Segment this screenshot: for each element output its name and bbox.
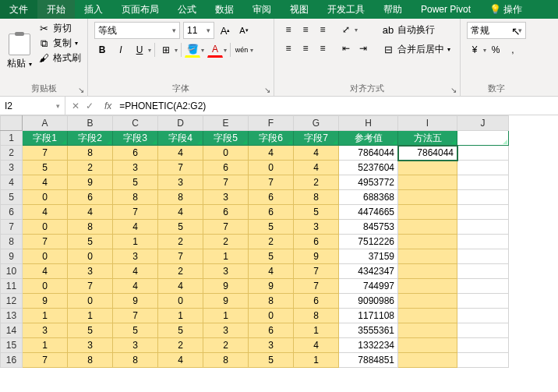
cell[interactable]: 4 <box>158 279 203 294</box>
cell[interactable]: 7 <box>23 353 68 368</box>
cell[interactable]: 5 <box>68 235 113 249</box>
field-header-cell[interactable]: 方法五 <box>398 131 457 146</box>
cell[interactable]: 1 <box>113 235 158 249</box>
cell[interactable]: 2 <box>68 161 113 175</box>
cell[interactable] <box>398 235 457 249</box>
cell[interactable]: 7864044 <box>398 146 457 161</box>
cell[interactable]: 7 <box>158 161 203 175</box>
cell[interactable] <box>398 279 457 294</box>
column-header[interactable]: D <box>158 116 203 131</box>
cell[interactable]: 7 <box>203 220 249 235</box>
cell[interactable] <box>457 353 509 368</box>
row-header[interactable]: 7 <box>1 220 23 235</box>
border-button[interactable]: ⊞▾ <box>158 42 178 58</box>
cell[interactable] <box>398 264 457 279</box>
phonetic-button[interactable]: wén▾ <box>234 42 253 58</box>
expand-icon[interactable]: ↘ <box>264 86 270 94</box>
field-header-cell[interactable]: 参考值 <box>339 131 398 146</box>
cell[interactable]: 8 <box>158 190 203 205</box>
cell[interactable]: 9 <box>113 294 158 309</box>
cell[interactable]: 4 <box>249 264 294 279</box>
currency-button[interactable]: ¥▾ <box>467 42 486 58</box>
cell[interactable]: 5237604 <box>339 161 398 175</box>
merge-center-button[interactable]: ⊟合并后居中 ▾ <box>379 41 454 58</box>
cell[interactable]: 5 <box>249 220 294 235</box>
column-header[interactable]: J <box>457 116 509 131</box>
cell[interactable]: 9 <box>23 294 68 309</box>
font-size-select[interactable]: 11▾ <box>183 22 214 39</box>
cell[interactable] <box>457 235 509 249</box>
cell[interactable]: 0 <box>203 146 249 161</box>
cell[interactable]: 5 <box>68 323 113 338</box>
cell[interactable]: 4 <box>294 146 339 161</box>
field-header-cell[interactable]: 字段5 <box>203 131 249 146</box>
tab-file[interactable]: 文件 <box>0 0 37 19</box>
cell[interactable]: 1 <box>158 309 203 323</box>
cell[interactable]: 1 <box>68 309 113 323</box>
cell[interactable]: 4 <box>113 264 158 279</box>
tab-powerpivot[interactable]: Power Pivot <box>411 0 480 19</box>
tab-home[interactable]: 开始 <box>37 0 75 19</box>
cell[interactable] <box>457 190 509 205</box>
cell[interactable] <box>457 294 509 309</box>
cell[interactable]: 2 <box>203 338 249 353</box>
cell[interactable] <box>398 294 457 309</box>
cell[interactable]: 3 <box>203 264 249 279</box>
row-header[interactable]: 6 <box>1 205 23 220</box>
select-all-corner[interactable] <box>1 116 23 131</box>
column-header[interactable]: F <box>249 116 294 131</box>
cell[interactable] <box>457 175 509 190</box>
cell[interactable] <box>457 264 509 279</box>
cell[interactable] <box>457 161 509 175</box>
row-header[interactable]: 14 <box>1 323 23 338</box>
cell[interactable]: 7864044 <box>339 146 398 161</box>
cell[interactable]: 3 <box>249 338 294 353</box>
cell[interactable] <box>457 338 509 353</box>
row-header[interactable]: 11 <box>1 279 23 294</box>
cell[interactable]: 3 <box>68 264 113 279</box>
cell[interactable]: 8 <box>68 146 113 161</box>
cell[interactable]: 1 <box>23 338 68 353</box>
column-header[interactable]: H <box>339 116 398 131</box>
cell[interactable]: 4 <box>113 220 158 235</box>
cell[interactable]: 0 <box>68 294 113 309</box>
cell[interactable]: 3 <box>203 190 249 205</box>
cell[interactable] <box>457 323 509 338</box>
cell[interactable] <box>457 220 509 235</box>
underline-button[interactable]: U▾ <box>132 42 151 58</box>
field-header-cell[interactable]: 字段4 <box>158 131 203 146</box>
column-header[interactable]: E <box>203 116 249 131</box>
cell[interactable] <box>398 220 457 235</box>
row-header[interactable]: 1 <box>1 131 23 146</box>
row-header[interactable]: 10 <box>1 264 23 279</box>
field-header-cell[interactable]: 字段2 <box>68 131 113 146</box>
cell[interactable]: 8 <box>68 220 113 235</box>
row-header[interactable]: 15 <box>1 338 23 353</box>
cell[interactable]: 7 <box>113 309 158 323</box>
column-header[interactable]: B <box>68 116 113 131</box>
accept-formula-button[interactable]: ✓ <box>86 101 94 111</box>
cell[interactable]: 0 <box>249 161 294 175</box>
cell[interactable]: 1 <box>203 249 249 264</box>
column-header[interactable]: A <box>23 116 68 131</box>
cell[interactable]: 3 <box>113 249 158 264</box>
percent-button[interactable]: % <box>488 42 503 58</box>
paste-button[interactable]: 粘贴 ▾ <box>7 57 31 70</box>
column-header[interactable]: C <box>113 116 158 131</box>
cell[interactable]: 3 <box>158 175 203 190</box>
cell[interactable]: 5 <box>23 161 68 175</box>
field-header-cell[interactable]: 字段1 <box>23 131 68 146</box>
align-right-button[interactable]: ≡ <box>315 41 330 56</box>
field-header-cell[interactable]: 字段3 <box>113 131 158 146</box>
column-header[interactable]: I <box>398 116 457 131</box>
row-header[interactable]: 12 <box>1 294 23 309</box>
cell[interactable]: 0 <box>249 309 294 323</box>
row-header[interactable]: 9 <box>1 249 23 264</box>
cell[interactable]: 6 <box>203 205 249 220</box>
name-box[interactable]: I2▾ <box>0 97 65 115</box>
decrease-indent-button[interactable]: ⇤ <box>338 41 354 56</box>
increase-font-button[interactable]: A▴ <box>217 23 233 38</box>
row-header[interactable]: 16 <box>1 353 23 368</box>
expand-icon[interactable]: ↘ <box>78 86 84 94</box>
row-header[interactable]: 2 <box>1 146 23 161</box>
